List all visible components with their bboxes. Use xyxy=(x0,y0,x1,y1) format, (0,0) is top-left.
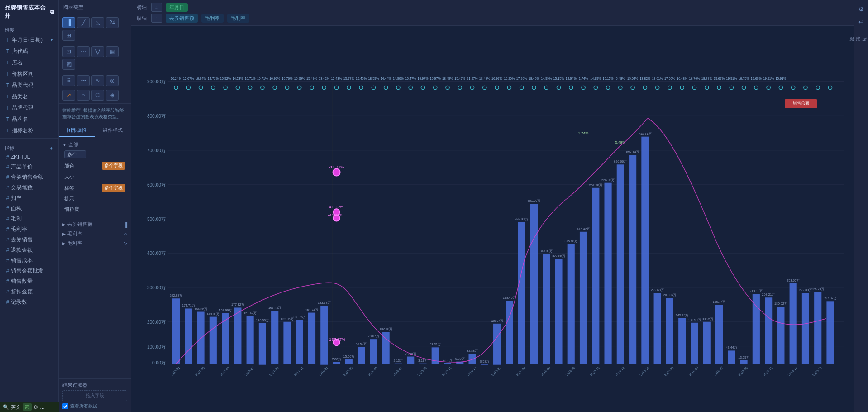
svg-text:501.99万: 501.99万 xyxy=(528,199,541,202)
svg-rect-44 xyxy=(271,311,278,364)
check-all-checkbox[interactable] xyxy=(62,403,68,409)
svg-text:164.36万: 164.36万 xyxy=(194,307,207,311)
svg-rect-136 xyxy=(641,137,649,364)
x-axis-row: 横轴 ≈ 年月日 xyxy=(137,3,848,12)
svg-text:327.86万: 327.86万 xyxy=(552,254,565,258)
svg-rect-174 xyxy=(802,293,809,364)
chart-dot-icon[interactable]: ⠿ xyxy=(62,75,75,86)
measure-expand-1[interactable]: ▶ 去券销售额 ▐ xyxy=(62,220,127,229)
svg-rect-53 xyxy=(308,313,315,364)
svg-text:-44.91%: -44.91% xyxy=(328,213,343,217)
sidebar-item-category-code[interactable]: T 品类代码 xyxy=(0,80,58,91)
metric-gross-margin[interactable]: # 毛利率 xyxy=(0,224,58,235)
chart-line-icon[interactable]: ╱ xyxy=(77,17,90,28)
svg-rect-169 xyxy=(777,307,784,364)
svg-text:32.88万: 32.88万 xyxy=(467,349,478,352)
y-axis-label: 纵轴 xyxy=(137,15,148,22)
metric-unit-price[interactable]: # 产品单价 xyxy=(0,162,58,172)
chart-pivot-icon[interactable]: ⊡ xyxy=(62,46,75,57)
chart-bar3-icon[interactable]: ▨ xyxy=(62,59,75,70)
svg-text:16.96%: 16.96% xyxy=(269,77,281,80)
y-axis-icon[interactable]: ≈ xyxy=(151,14,162,23)
chart-geo-icon[interactable]: ◎ xyxy=(106,75,119,86)
x-axis-icon[interactable]: ≈ xyxy=(151,3,162,12)
chart-sine-icon[interactable]: ∿ xyxy=(91,75,104,86)
chart-area-icon[interactable]: ◺ xyxy=(91,17,104,28)
size-label: 大小 xyxy=(64,173,74,180)
chart-bar2-icon[interactable]: ▦ xyxy=(106,46,119,57)
measure-expand-3[interactable]: ▶ 毛利率 ∿ xyxy=(62,239,127,248)
sidebar-item-brand-name[interactable]: T 品牌名 xyxy=(0,114,58,125)
sidebar-item-brand-code[interactable]: T 品牌代码 xyxy=(0,102,58,114)
more-icon[interactable]: … xyxy=(40,404,45,410)
search-icon[interactable]: 🔍 xyxy=(3,404,9,410)
lang-badge[interactable]: 简 xyxy=(23,403,32,411)
svg-text:186.74万: 186.74万 xyxy=(713,300,726,303)
tab-shape[interactable]: 图形属性 xyxy=(59,124,95,137)
svg-text:19.91%: 19.91% xyxy=(763,77,774,80)
metric-zkftje[interactable]: # ZKFTJE xyxy=(0,153,58,162)
metric-gross-profit[interactable]: # 毛利 xyxy=(0,214,58,224)
svg-rect-142 xyxy=(666,298,673,364)
label-value-btn[interactable]: 多个字段 xyxy=(102,184,125,192)
chart-3d-icon[interactable]: ◈ xyxy=(106,90,119,101)
sidebar-item-price-range[interactable]: T 价格区间 xyxy=(0,68,58,80)
sidebar-item-date[interactable]: T 年月日(日期) ▼ xyxy=(0,34,58,46)
chart-table-icon[interactable]: ⊞ xyxy=(62,30,75,41)
svg-text:129.04万: 129.04万 xyxy=(491,319,504,322)
chart-num-icon[interactable]: 24 xyxy=(106,17,119,28)
drop-area[interactable]: 拖入字段 xyxy=(62,390,127,401)
svg-text:626.66万: 626.66万 xyxy=(614,160,627,163)
color-value-btn[interactable]: 多个字段 xyxy=(102,162,125,170)
svg-text:300.00万: 300.00万 xyxy=(147,285,166,290)
svg-text:12.94%: 12.94% xyxy=(566,77,577,80)
metric-net-sales[interactable]: # 去券销售 xyxy=(0,235,58,245)
svg-text:12.60%: 12.60% xyxy=(751,77,762,80)
y-tag-2[interactable]: 毛利率 xyxy=(201,14,224,23)
metric-quantity[interactable]: # 销售数量 xyxy=(0,276,58,287)
metric-coupon-sales[interactable]: # 含券销售金额 xyxy=(0,172,58,182)
chart-trend-icon[interactable]: ↗ xyxy=(62,90,75,101)
metric-transactions[interactable]: # 交易笔数 xyxy=(0,182,58,193)
svg-text:14.44%: 14.44% xyxy=(381,77,392,80)
svg-text:130.00万: 130.00万 xyxy=(256,319,269,322)
undo-btn[interactable]: ↩ xyxy=(856,16,867,27)
settings-right-btn[interactable]: ⚙ xyxy=(856,4,867,14)
add-metric-icon[interactable]: ＋ xyxy=(49,145,54,152)
y-tag-3[interactable]: 毛利率 xyxy=(227,14,249,23)
svg-rect-151 xyxy=(703,322,711,364)
svg-rect-113 xyxy=(555,259,562,364)
chart-radar-icon[interactable]: ⬡ xyxy=(91,90,104,101)
settings-icon[interactable]: ⚙ xyxy=(33,404,38,410)
multi-select[interactable]: 多个 xyxy=(64,150,86,158)
chart-circle-icon[interactable]: ○ xyxy=(77,90,90,101)
svg-text:198.45万: 198.45万 xyxy=(503,296,516,299)
metric-refund[interactable]: # 退款金额 xyxy=(0,245,58,255)
metric-record-count[interactable]: # 记录数 xyxy=(0,297,58,307)
all-expand[interactable]: ▼ 全部 xyxy=(62,140,127,149)
svg-text:16.97%: 16.97% xyxy=(417,77,429,80)
metric-discount-amount[interactable]: # 折扣金额 xyxy=(0,287,58,297)
tab-component[interactable]: 组件样式 xyxy=(95,124,131,137)
measure-expand-2[interactable]: ▶ 毛利率 ○ xyxy=(62,229,127,239)
sidebar-item-metric-name[interactable]: T 指标名称 xyxy=(0,125,58,136)
check-all-data[interactable]: 查看所有数据 xyxy=(62,403,127,409)
svg-text:16.97%: 16.97% xyxy=(491,77,503,80)
x-axis-tag[interactable]: 年月日 xyxy=(166,3,188,12)
metric-wholesale[interactable]: # 销售金额批发 xyxy=(0,266,58,276)
chart-wave-icon[interactable]: 〜 xyxy=(77,75,90,86)
svg-text:-41.12%: -41.12% xyxy=(328,205,343,209)
chart-bar-icon[interactable]: ▐ xyxy=(62,17,75,28)
svg-text:21.27%: 21.27% xyxy=(467,77,478,80)
svg-text:13.01%: 13.01% xyxy=(652,77,663,80)
sidebar-item-category-name[interactable]: T 品类名 xyxy=(0,91,58,102)
metric-cost[interactable]: # 销售成本 xyxy=(0,255,58,266)
copy-icon[interactable]: ⧉ xyxy=(50,8,54,15)
metric-area[interactable]: # 面积 xyxy=(0,203,58,214)
sidebar-item-store-name[interactable]: T 店名 xyxy=(0,57,58,68)
chart-scatter-icon[interactable]: ⋯ xyxy=(77,46,90,57)
metric-discount-rate[interactable]: # 扣率 xyxy=(0,193,58,203)
sidebar-item-store-code[interactable]: T 店代码 xyxy=(0,46,58,57)
chart-funnel-icon[interactable]: ⋁ xyxy=(91,46,104,57)
y-tag-1[interactable]: 去券销售额 xyxy=(166,14,198,23)
